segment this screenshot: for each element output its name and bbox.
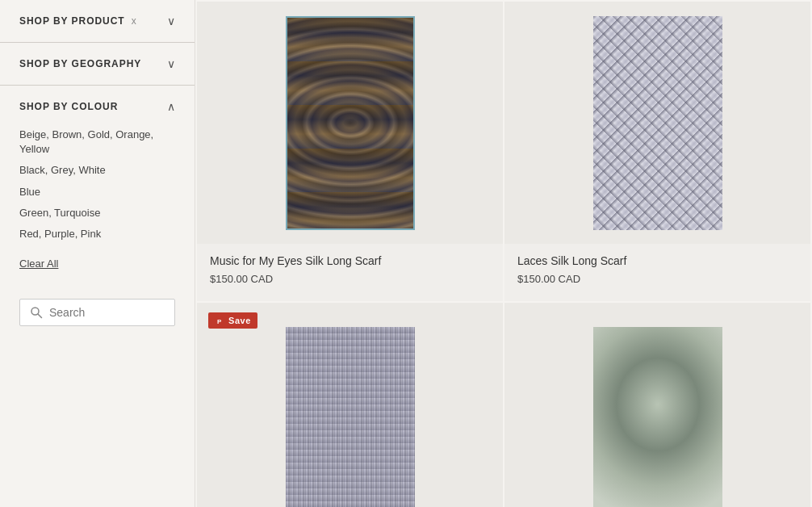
product-image-laces-pattern — [593, 16, 722, 230]
product-info-laces: Laces Silk Long Scarf $150.00 CAD — [504, 244, 810, 301]
product-price-laces: $150.00 CAD — [517, 273, 797, 285]
shop-by-geography-chevron-icon: ∨ — [167, 57, 175, 70]
shop-by-colour-title: SHOP BY COLOUR — [19, 101, 118, 112]
search-icon — [30, 306, 43, 319]
shop-by-product-section: SHOP BY PRODUCT x ∨ — [0, 0, 195, 43]
product-name-music: Music for My Eyes Silk Long Scarf — [210, 254, 490, 268]
products-grid: Music for My Eyes Silk Long Scarf $150.0… — [195, 0, 812, 507]
shop-by-geography-section: SHOP BY GEOGRAPHY ∨ — [0, 43, 195, 86]
shop-by-colour-section: SHOP BY COLOUR ∧ Beige, Brown, Gold, Ora… — [0, 86, 195, 284]
product-price-music: $150.00 CAD — [210, 273, 490, 285]
product-image-bottom-right — [504, 303, 810, 507]
product-image-music — [197, 2, 503, 244]
main-content: Music for My Eyes Silk Long Scarf $150.0… — [195, 0, 812, 507]
svg-line-1 — [38, 314, 42, 318]
colour-option-black[interactable]: Black, Grey, White — [19, 160, 175, 181]
colour-option-beige[interactable]: Beige, Brown, Gold, Orange, Yellow — [19, 124, 175, 160]
search-box — [19, 299, 175, 326]
save-label: Save — [228, 316, 251, 325]
product-info-music: Music for My Eyes Silk Long Scarf $150.0… — [197, 244, 503, 301]
shop-by-geography-header[interactable]: SHOP BY GEOGRAPHY ∨ — [19, 57, 175, 70]
search-input[interactable] — [49, 306, 165, 319]
product-filter-tag[interactable]: x — [132, 15, 136, 27]
shop-by-colour-header[interactable]: SHOP BY COLOUR ∧ — [19, 100, 175, 113]
shop-by-product-title: SHOP BY PRODUCT — [19, 15, 125, 27]
shop-by-geography-title: SHOP BY GEOGRAPHY — [19, 58, 141, 69]
shop-by-product-chevron-icon: ∨ — [167, 15, 175, 27]
product-name-laces: Laces Silk Long Scarf — [517, 254, 797, 268]
product-image-bottom-left-pattern — [286, 327, 415, 507]
product-image-laces — [504, 2, 810, 244]
shop-by-product-title-area: SHOP BY PRODUCT x — [19, 15, 136, 27]
product-card-music-for-my-eyes[interactable]: Music for My Eyes Silk Long Scarf $150.0… — [197, 2, 503, 301]
svg-text:P: P — [217, 318, 222, 325]
pinterest-icon: P — [215, 316, 224, 325]
colour-option-red[interactable]: Red, Purple, Pink — [19, 224, 175, 245]
sidebar: SHOP BY PRODUCT x ∨ SHOP BY GEOGRAPHY ∨ … — [0, 0, 195, 507]
product-image-bottom-left — [197, 303, 503, 507]
product-card-bottom-right[interactable] — [504, 303, 810, 507]
save-badge[interactable]: P Save — [208, 312, 257, 329]
product-card-bottom-left[interactable]: P Save — [197, 303, 503, 507]
colour-option-blue[interactable]: Blue — [19, 182, 175, 203]
colour-list: Beige, Brown, Gold, Orange, Yellow Black… — [19, 124, 175, 245]
colour-option-green[interactable]: Green, Turquoise — [19, 203, 175, 224]
shop-by-colour-chevron-icon: ∧ — [167, 100, 175, 113]
product-card-laces[interactable]: Laces Silk Long Scarf $150.00 CAD — [504, 2, 810, 301]
shop-by-product-header[interactable]: SHOP BY PRODUCT x ∨ — [19, 15, 175, 27]
product-image-music-pattern — [286, 16, 415, 230]
search-section — [0, 284, 195, 341]
clear-all-button[interactable]: Clear All — [19, 258, 58, 270]
product-image-bottom-right-pattern — [593, 327, 722, 507]
